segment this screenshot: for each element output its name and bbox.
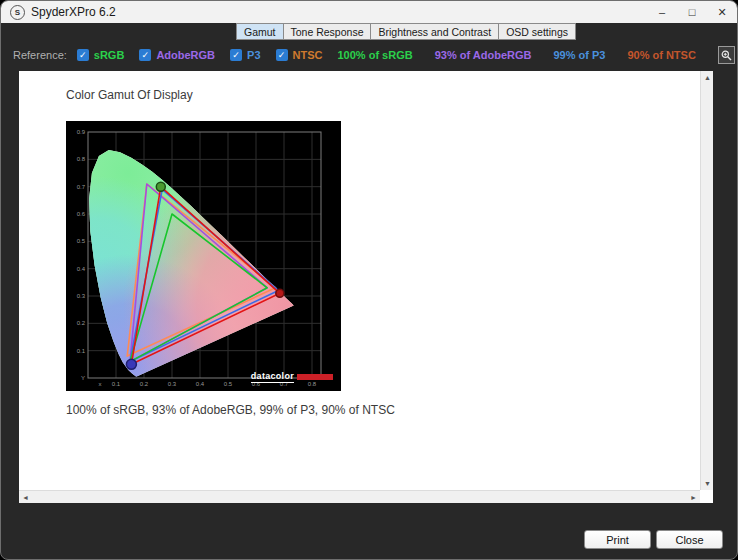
gamut-chart: x0.10.20.30.40.50.60.70.8Y0.10.20.30.40.… [66, 121, 341, 391]
report-pane: Color Gamut Of Display x0.10.20.30.40.50… [19, 71, 713, 503]
reference-label: Reference: [13, 49, 67, 61]
close-window-button[interactable]: ✕ [707, 1, 737, 23]
ntsc-checkbox[interactable]: ✓ [276, 49, 288, 61]
svg-text:0.4: 0.4 [77, 266, 86, 272]
scroll-left-icon[interactable]: ◄ [19, 491, 32, 504]
window-controls: – □ ✕ [647, 1, 737, 23]
svg-text:0.1: 0.1 [112, 381, 121, 387]
zoom-button-group [718, 46, 738, 64]
result-adobergb: 93% of AdobeRGB [435, 49, 532, 61]
close-button[interactable]: Close [656, 530, 723, 549]
minimize-button[interactable]: – [647, 1, 677, 23]
scrollbar-corner [700, 490, 713, 503]
datacolor-logo: datacolor [251, 371, 333, 383]
scroll-up-icon[interactable]: ▲ [701, 71, 714, 84]
adobergb-label: AdobeRGB [156, 49, 215, 61]
reference-toolbar: Reference: ✓ sRGB ✓ AdobeRGB ✓ P3 ✓ NTSC… [1, 43, 737, 67]
svg-text:0.7: 0.7 [77, 184, 86, 190]
horizontal-scrollbar[interactable]: ◄ ► [19, 490, 700, 503]
svg-text:0.5: 0.5 [224, 381, 233, 387]
result-ntsc: 90% of NTSC [627, 49, 695, 61]
zoom-in-icon[interactable] [718, 46, 735, 64]
reference-toggle-adobergb[interactable]: ✓ AdobeRGB [139, 49, 215, 61]
svg-text:0.3: 0.3 [168, 381, 177, 387]
scroll-down-icon[interactable]: ▼ [701, 477, 714, 490]
result-srgb: 100% of sRGB [337, 49, 412, 61]
srgb-checkbox[interactable]: ✓ [77, 49, 89, 61]
svg-text:0.3: 0.3 [77, 293, 86, 299]
scroll-right-icon[interactable]: ► [687, 491, 700, 504]
tab-brightness-contrast[interactable]: Brightness and Contrast [371, 23, 499, 40]
app-icon: S [10, 5, 25, 20]
maximize-button[interactable]: □ [677, 1, 707, 23]
app-window: S SpyderXPro 6.2 – □ ✕ Gamut Tone Respon… [0, 0, 738, 560]
cie-chromaticity-diagram: x0.10.20.30.40.50.60.70.8Y0.10.20.30.40.… [66, 121, 341, 391]
p3-label: P3 [247, 49, 260, 61]
tab-osd-settings[interactable]: OSD settings [499, 23, 576, 40]
ntsc-label: NTSC [293, 49, 323, 61]
svg-text:0.6: 0.6 [77, 211, 86, 217]
adobergb-checkbox[interactable]: ✓ [139, 49, 151, 61]
result-p3: 99% of P3 [553, 49, 605, 61]
p3-checkbox[interactable]: ✓ [230, 49, 242, 61]
svg-text:0.2: 0.2 [140, 381, 149, 387]
svg-text:Y: Y [81, 375, 85, 381]
datacolor-logo-text: datacolor [251, 371, 294, 383]
window-title: SpyderXPro 6.2 [31, 5, 116, 19]
reference-toggle-srgb[interactable]: ✓ sRGB [77, 49, 125, 61]
srgb-label: sRGB [94, 49, 125, 61]
svg-text:0.4: 0.4 [196, 381, 205, 387]
reference-toggle-ntsc[interactable]: ✓ NTSC [276, 49, 323, 61]
svg-text:0.2: 0.2 [77, 320, 86, 326]
gamut-summary-text: 100% of sRGB, 93% of AdobeRGB, 99% of P3… [66, 403, 395, 417]
tab-tone-response[interactable]: Tone Response [284, 23, 372, 40]
svg-text:0.5: 0.5 [77, 238, 86, 244]
svg-text:x: x [99, 381, 102, 387]
svg-text:0.9: 0.9 [77, 129, 86, 135]
datacolor-logo-bar [297, 374, 333, 380]
title-bar: S SpyderXPro 6.2 – □ ✕ [1, 1, 737, 23]
svg-text:0.8: 0.8 [77, 156, 86, 162]
page-title: Color Gamut Of Display [66, 88, 193, 102]
tab-strip: Gamut Tone Response Brightness and Contr… [236, 23, 576, 40]
reference-toggle-p3[interactable]: ✓ P3 [230, 49, 260, 61]
vertical-scrollbar[interactable]: ▲ ▼ [700, 71, 713, 490]
print-button[interactable]: Print [584, 530, 651, 549]
svg-text:0.1: 0.1 [77, 348, 86, 354]
tab-gamut[interactable]: Gamut [236, 23, 284, 40]
